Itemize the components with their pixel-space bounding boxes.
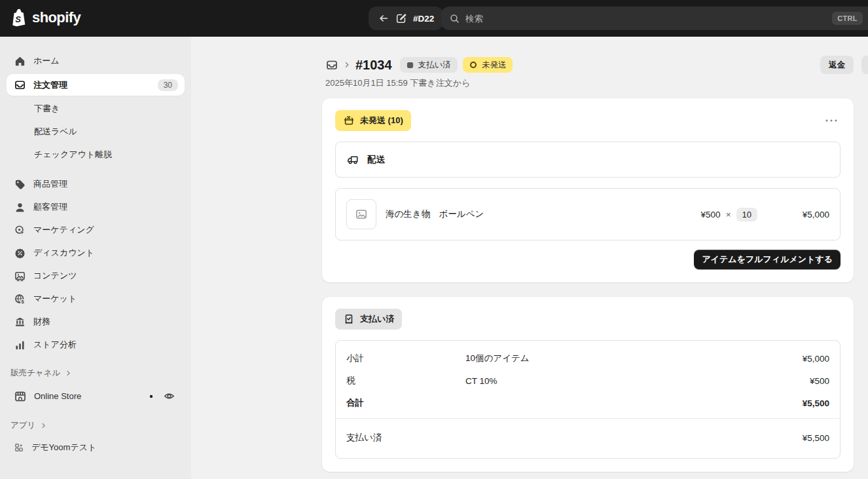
draft-order-button[interactable]: #D22 [369, 7, 443, 30]
sidebar-item-orders[interactable]: 注文管理 30 [7, 74, 185, 96]
sidebar-item-analytics[interactable]: ストア分析 [7, 335, 185, 354]
search-input[interactable] [465, 14, 827, 24]
subtotal-row: 小計 10個のアイテム ¥5,000 [346, 347, 829, 370]
sidebar-item-discounts[interactable]: ディスカウント [7, 243, 185, 263]
shopify-bag-icon: S [10, 9, 27, 27]
global-search[interactable]: CTRL K [441, 7, 868, 30]
main-area: #1034 支払い済 未発送 返金 2025年10月1日 15:59 下書き注文… [191, 37, 868, 479]
order-number-title: #1034 [355, 58, 392, 73]
sidebar-item-drafts[interactable]: 下書き [7, 99, 185, 119]
unfulfilled-marker-icon [469, 61, 477, 69]
paid-status-pill: 支払い済 [335, 309, 402, 330]
sidebar-item-customers[interactable]: 顧客管理 [7, 197, 185, 217]
sales-channels-label: 販売チャネル [10, 368, 60, 379]
customers-icon [14, 201, 26, 214]
fulfillment-actions: アイテムをフルフィルメントする [335, 250, 841, 269]
total-row: 合計 ¥5,500 [346, 392, 829, 414]
sidebar-group-gap [0, 358, 191, 364]
shopify-wordmark: shopify [32, 9, 81, 26]
sidebar-item-label: 配送ラベル [34, 126, 77, 138]
totals-box: 小計 10個のアイテム ¥5,000 税 CT 10% ¥500 合計 ¥5,5… [335, 340, 841, 459]
total-amount: ¥5,500 [803, 398, 829, 408]
fulfillment-status-badge: 未発送 [463, 57, 513, 73]
sidebar-item-online-store[interactable]: Online Store [7, 385, 185, 407]
sidebar-item-content[interactable]: コンテンツ [7, 266, 185, 286]
fulfillment-status-label: 未発送 [482, 60, 507, 71]
sidebar-item-home[interactable]: ホーム [7, 51, 185, 71]
unfulfilled-status-label: 未発送 (10) [360, 115, 403, 126]
line-item-row: 海の生き物 ボールペン ¥500 × 10 ¥5,000 [335, 188, 841, 240]
orders-icon [14, 79, 26, 91]
sidebar: ホーム 注文管理 30 下書き 配送ラベル チェックアウト離脱 商品管理 [0, 37, 191, 479]
line-item-pricing: ¥500 × 10 ¥5,000 [701, 208, 829, 221]
more-header-action-button[interactable] [861, 56, 868, 74]
search-icon [449, 13, 460, 24]
subtotal-amount: ¥5,000 [803, 354, 829, 364]
card-more-button[interactable] [822, 110, 841, 130]
sidebar-item-label: ホーム [33, 55, 60, 67]
shortcut-ctrl-key: CTRL [832, 12, 863, 25]
sidebar-item-label: 下書き [34, 103, 60, 115]
sidebar-item-app-demo-yoom[interactable]: デモYoomテスト [7, 438, 185, 457]
apps-grid-icon [14, 442, 24, 453]
total-label: 合計 [346, 397, 465, 409]
truck-icon [346, 153, 360, 166]
quantity-pill: 10 [736, 208, 757, 221]
sales-channels-header[interactable]: 販売チャネル [7, 364, 185, 381]
sidebar-item-products[interactable]: 商品管理 [7, 174, 185, 194]
back-arrow-icon [378, 12, 389, 24]
markets-icon: $ [14, 293, 26, 305]
paid-row: 支払い済 ¥5,500 [346, 423, 829, 451]
analytics-icon [14, 339, 26, 351]
finance-icon [14, 316, 26, 328]
apps-header[interactable]: アプリ [7, 417, 185, 434]
payment-card-header: 支払い済 [335, 309, 841, 330]
delivery-method-label: 配送 [367, 154, 385, 166]
sidebar-item-marketing[interactable]: マーケティング [7, 220, 185, 240]
subtotal-detail: 10個のアイテム [465, 353, 803, 364]
sidebar-item-label: 顧客管理 [33, 201, 67, 213]
sidebar-item-label: 財務 [33, 316, 50, 328]
sidebar-item-shipping-labels[interactable]: 配送ラベル [7, 122, 185, 142]
tax-row: 税 CT 10% ¥500 [346, 370, 829, 392]
header-actions: 返金 [820, 56, 854, 74]
orders-breadcrumb-icon[interactable] [325, 58, 338, 71]
preview-eye-icon[interactable] [163, 390, 175, 402]
breadcrumb-chevron-icon [343, 61, 351, 69]
content-icon [14, 270, 26, 282]
refund-button[interactable]: 返金 [820, 56, 854, 74]
payment-status-badge: 支払い済 [400, 57, 458, 73]
topbar: S shopify #D22 CTRL K [0, 0, 868, 37]
multiply-sign: × [726, 210, 731, 220]
image-placeholder-icon [355, 208, 368, 221]
fulfill-items-button[interactable]: アイテムをフルフィルメントする [694, 250, 841, 269]
receipt-check-icon [343, 313, 355, 325]
payment-card: 支払い済 小計 10個のアイテム ¥5,000 税 CT 10% ¥500 合計 [322, 297, 854, 472]
marketing-icon [14, 224, 26, 237]
paid-label: 支払い済 [346, 432, 465, 444]
home-icon [14, 55, 26, 67]
sidebar-item-finance[interactable]: 財務 [7, 312, 185, 332]
chevron-right-icon [40, 422, 47, 429]
sidebar-item-abandoned-checkouts[interactable]: チェックアウト離脱 [7, 145, 185, 164]
svg-text:S: S [15, 14, 21, 24]
sidebar-item-label: コンテンツ [33, 270, 77, 282]
product-thumbnail [346, 199, 376, 229]
fulfillment-card-header: 未発送 (10) [335, 110, 841, 131]
paid-status-label: 支払い済 [360, 313, 394, 325]
sidebar-item-label: 注文管理 [33, 79, 67, 91]
orders-count-badge: 30 [158, 79, 178, 91]
subtotal-label: 小計 [346, 353, 465, 364]
tax-detail: CT 10% [465, 376, 810, 386]
sidebar-item-label: ディスカウント [33, 247, 94, 259]
order-subtitle: 2025年10月1日 15:59 下書き注文から [322, 77, 854, 89]
tax-amount: ¥500 [810, 376, 829, 386]
paid-marker-icon [407, 62, 414, 69]
shopify-logo[interactable]: S shopify [10, 9, 81, 27]
sidebar-item-markets[interactable]: $ マーケット [7, 289, 185, 309]
sidebar-group-gap [0, 168, 191, 174]
draft-order-label: #D22 [413, 14, 434, 24]
paid-amount: ¥5,500 [803, 433, 829, 443]
line-item-total: ¥5,000 [757, 210, 829, 220]
product-name-link[interactable]: 海の生き物 ボールペン [386, 208, 484, 220]
